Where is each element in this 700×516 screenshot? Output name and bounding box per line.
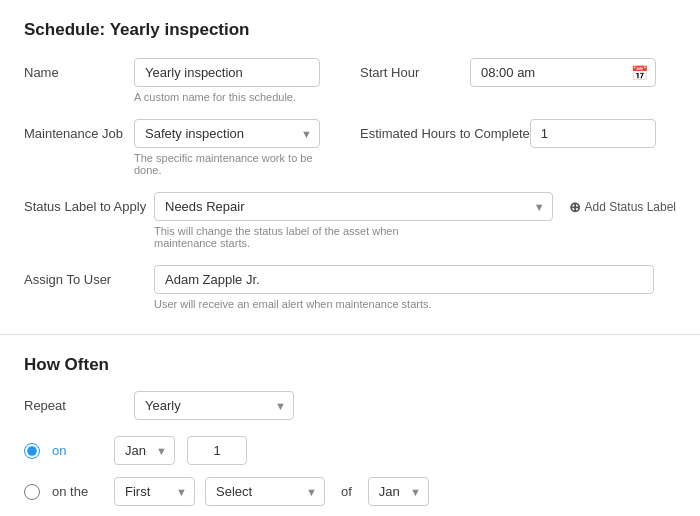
on-the-first-select[interactable]: First Second Third Fourth Last	[114, 477, 195, 506]
on-radio-row: on Jan FebMarApr MayJunJul AugSepOct Nov…	[24, 436, 676, 465]
status-label-select-wrap: Needs Repair Active Inactive Under Revie…	[154, 192, 553, 221]
status-label-select[interactable]: Needs Repair Active Inactive Under Revie…	[154, 192, 553, 221]
repeat-row: Repeat Daily Weekly Monthly Yearly ▼	[24, 391, 676, 420]
start-hour-wrap: 📅	[470, 58, 656, 87]
maintenance-job-label: Maintenance Job	[24, 119, 134, 141]
repeat-label: Repeat	[24, 398, 134, 413]
assign-user-hint: User will receive an email alert when ma…	[154, 298, 676, 310]
on-day-input[interactable]	[187, 436, 247, 465]
assign-user-input[interactable]	[154, 265, 654, 294]
schedule-section: Schedule: Yearly inspection Name A custo…	[0, 0, 700, 335]
plus-icon: ⊕	[569, 199, 581, 215]
name-label: Name	[24, 58, 134, 80]
start-hour-row: Start Hour 📅	[350, 58, 676, 103]
start-hour-input[interactable]	[470, 58, 656, 87]
estimated-hours-control	[530, 119, 656, 148]
estimated-hours-row: Estimated Hours to Complete	[350, 119, 676, 176]
on-the-radio-label: on the	[52, 484, 102, 499]
maintenance-job-row: Maintenance Job Safety inspection Oil Ch…	[24, 119, 350, 176]
name-row: Name A custom name for this schedule.	[24, 58, 350, 103]
status-label-label: Status Label to Apply	[24, 192, 154, 214]
estimated-hours-input[interactable]	[530, 119, 656, 148]
maintenance-job-select[interactable]: Safety inspection Oil Change Filter Repl…	[134, 119, 320, 148]
maintenance-job-control: Safety inspection Oil Change Filter Repl…	[134, 119, 320, 176]
estimated-hours-label: Estimated Hours to Complete	[360, 119, 530, 141]
maintenance-job-select-wrap: Safety inspection Oil Change Filter Repl…	[134, 119, 320, 148]
assign-user-row: Assign To User User will receive an emai…	[24, 265, 676, 310]
on-radio-label: on	[52, 443, 102, 458]
name-input[interactable]	[134, 58, 320, 87]
on-the-first-select-wrap: First Second Third Fourth Last ▼	[114, 477, 195, 506]
of-month-select-wrap: Jan FebMarApr MayJunJul AugSepOct NovDec…	[368, 477, 429, 506]
assign-user-control: User will receive an email alert when ma…	[154, 265, 676, 310]
start-hour-label: Start Hour	[360, 58, 470, 80]
section-title: Schedule: Yearly inspection	[24, 20, 676, 40]
add-status-button[interactable]: ⊕ Add Status Label	[569, 192, 676, 215]
status-label-row: Status Label to Apply Needs Repair Activ…	[24, 192, 676, 249]
how-often-section: How Often Repeat Daily Weekly Monthly Ye…	[0, 335, 700, 516]
on-month-select-wrap: Jan FebMarApr MayJunJul AugSepOct NovDec…	[114, 436, 175, 465]
name-hint: A custom name for this schedule.	[134, 91, 320, 103]
on-the-radio[interactable]	[24, 484, 40, 500]
name-control: A custom name for this schedule.	[134, 58, 320, 103]
status-label-hint: This will change the status label of the…	[154, 225, 434, 249]
status-select-block: Needs Repair Active Inactive Under Revie…	[154, 192, 553, 249]
on-radio[interactable]	[24, 443, 40, 459]
repeat-select-wrap: Daily Weekly Monthly Yearly ▼	[134, 391, 294, 420]
start-hour-control: 📅	[470, 58, 656, 87]
status-label-control: Needs Repair Active Inactive Under Revie…	[154, 192, 676, 249]
how-often-title: How Often	[24, 355, 676, 375]
on-the-day-select-wrap: Select Sunday Monday Tuesday Wednesday T…	[205, 477, 325, 506]
of-label: of	[341, 484, 352, 499]
add-status-label: Add Status Label	[585, 200, 676, 214]
of-month-select[interactable]: Jan FebMarApr MayJunJul AugSepOct NovDec	[368, 477, 429, 506]
repeat-select[interactable]: Daily Weekly Monthly Yearly	[134, 391, 294, 420]
on-the-radio-row: on the First Second Third Fourth Last ▼ …	[24, 477, 676, 506]
on-the-day-select[interactable]: Select Sunday Monday Tuesday Wednesday T…	[205, 477, 325, 506]
on-the-controls: First Second Third Fourth Last ▼ Select …	[114, 477, 429, 506]
maintenance-job-hint: The specific maintenance work to be done…	[134, 152, 320, 176]
on-month-select[interactable]: Jan FebMarApr MayJunJul AugSepOct NovDec	[114, 436, 175, 465]
assign-user-label: Assign To User	[24, 265, 154, 287]
